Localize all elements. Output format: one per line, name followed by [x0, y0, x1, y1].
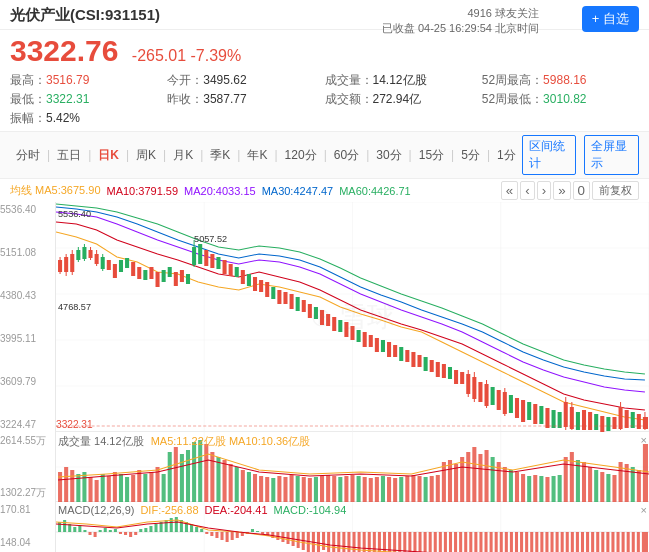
nav-restore-button[interactable]: 0 [573, 181, 590, 200]
y-label-3: 4380.43 [0, 290, 55, 301]
nav-start-button[interactable]: « [501, 181, 518, 200]
svg-rect-246 [119, 532, 122, 534]
svg-rect-111 [582, 410, 586, 430]
svg-rect-198 [454, 464, 458, 502]
svg-rect-165 [253, 474, 257, 502]
add-favorite-button[interactable]: + 自选 [582, 6, 639, 32]
svg-rect-39 [186, 274, 190, 284]
svg-rect-32 [143, 270, 147, 280]
nav-end-button[interactable]: » [553, 181, 570, 200]
vol-label-mid: 1302.27万 [0, 486, 55, 500]
fullscreen-button[interactable]: 全屏显示 [584, 135, 639, 175]
tab-yuek[interactable]: 月K [167, 145, 199, 166]
tab-5[interactable]: 5分 [455, 145, 486, 166]
svg-rect-196 [442, 462, 446, 502]
svg-rect-134 [64, 467, 68, 502]
tab-1[interactable]: 1分 [491, 145, 522, 166]
svg-rect-64 [332, 317, 336, 331]
svg-rect-224 [612, 475, 616, 502]
tab-fenshi[interactable]: 分时 [10, 145, 46, 166]
svg-rect-84 [454, 370, 458, 384]
interval-stats-button[interactable]: 区间统计 [522, 135, 577, 175]
svg-rect-207 [509, 470, 513, 502]
followers-info: 4916 球友关注 已收盘 04-25 16:29:54 北京时间 [382, 6, 539, 36]
svg-rect-61 [314, 307, 318, 319]
tab-wuri[interactable]: 五日 [51, 145, 87, 166]
nav-controls: « ‹ › » 0 前复权 [501, 181, 639, 200]
svg-rect-81 [436, 362, 440, 377]
svg-rect-47 [229, 264, 233, 276]
svg-rect-226 [625, 464, 629, 502]
svg-rect-265 [215, 532, 218, 538]
svg-rect-63 [326, 314, 330, 326]
svg-rect-54 [271, 287, 275, 299]
svg-rect-183 [363, 477, 367, 502]
svg-rect-66 [344, 322, 348, 337]
svg-rect-345 [622, 532, 625, 552]
svg-rect-78 [417, 355, 421, 367]
stat-52high: 52周最高：5988.16 [482, 72, 639, 89]
svg-rect-301 [398, 532, 401, 552]
svg-rect-158 [210, 452, 214, 502]
svg-rect-255 [165, 520, 168, 532]
svg-rect-287 [327, 532, 330, 552]
svg-rect-38 [180, 270, 184, 282]
tab-rik[interactable]: 日K [92, 145, 125, 166]
tab-120[interactable]: 120分 [279, 145, 323, 166]
svg-rect-53 [265, 282, 269, 297]
svg-rect-37 [174, 272, 178, 286]
svg-rect-317 [479, 532, 482, 552]
svg-rect-285 [317, 532, 320, 552]
macd-close-icon[interactable]: × [641, 504, 647, 516]
vol-close-icon[interactable]: × [641, 434, 647, 446]
tab-60[interactable]: 60分 [328, 145, 365, 166]
svg-rect-173 [302, 477, 306, 502]
svg-rect-151 [168, 452, 172, 502]
svg-rect-185 [375, 477, 379, 502]
svg-rect-221 [594, 470, 598, 502]
svg-rect-343 [611, 532, 614, 552]
svg-rect-93 [491, 387, 495, 405]
svg-rect-182 [357, 476, 361, 502]
stat-volume: 成交量：14.12亿股 [325, 72, 482, 89]
stat-open: 今开：3495.62 [167, 72, 324, 89]
svg-rect-163 [241, 470, 245, 502]
svg-rect-344 [617, 532, 620, 552]
svg-rect-181 [350, 475, 354, 502]
svg-rect-215 [558, 475, 562, 502]
svg-rect-178 [332, 476, 336, 502]
svg-rect-322 [505, 532, 508, 552]
svg-text:3322.31: 3322.31 [56, 419, 93, 430]
svg-text:5057.52: 5057.52 [194, 234, 227, 244]
svg-rect-110 [576, 412, 580, 430]
tab-15[interactable]: 15分 [413, 145, 450, 166]
tab-niank[interactable]: 年K [241, 145, 273, 166]
svg-rect-348 [637, 532, 640, 552]
tab-zhouk[interactable]: 周K [130, 145, 162, 166]
svg-rect-153 [180, 454, 184, 502]
tab-bar: 分时 | 五日 | 日K | 周K | 月K | 季K | 年K | 120分 … [0, 131, 649, 179]
y-axis-main: 5536.40 5151.08 4380.43 3995.11 3609.79 … [0, 202, 55, 432]
ma10-legend: MA10:3791.59 [107, 185, 179, 197]
svg-rect-143 [119, 474, 123, 502]
svg-rect-59 [302, 300, 306, 312]
price-change: -265.01 -7.39% [132, 47, 241, 64]
nav-next-button[interactable]: › [537, 181, 551, 200]
tab-30[interactable]: 30分 [370, 145, 407, 166]
svg-rect-299 [388, 532, 391, 552]
svg-rect-252 [149, 526, 152, 532]
svg-rect-62 [320, 310, 324, 325]
svg-rect-268 [231, 532, 234, 540]
y-label-6: 3224.47 [0, 419, 55, 430]
svg-rect-244 [109, 530, 112, 532]
fu-button[interactable]: 前复权 [592, 181, 639, 200]
svg-rect-52 [259, 280, 263, 292]
tab-jik[interactable]: 季K [204, 145, 236, 166]
svg-rect-309 [439, 532, 442, 552]
svg-rect-70 [369, 335, 373, 347]
nav-prev-button[interactable]: ‹ [520, 181, 534, 200]
svg-rect-105 [558, 412, 562, 428]
svg-rect-98 [515, 398, 519, 418]
svg-rect-237 [73, 527, 76, 532]
header: 光伏产业(CSI:931151) 4916 球友关注 已收盘 04-25 16:… [0, 0, 649, 30]
